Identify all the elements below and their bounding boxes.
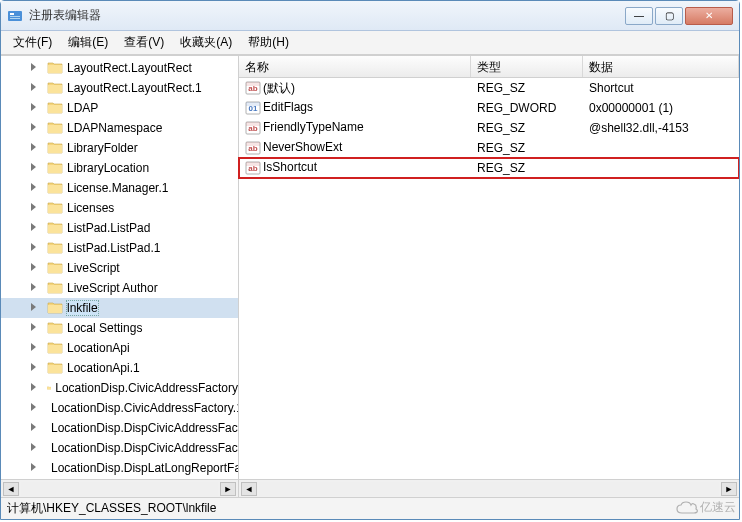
list-body[interactable]: ab(默认)REG_SZShortcut01EditFlagsREG_DWORD… <box>239 78 739 497</box>
menu-favorites[interactable]: 收藏夹(A) <box>172 32 240 53</box>
menu-edit[interactable]: 编辑(E) <box>60 32 116 53</box>
content-area: LayoutRect.LayoutRectLayoutRect.LayoutRe… <box>1 55 739 497</box>
tree-item-label: LDAP <box>67 101 98 115</box>
scroll-left-icon[interactable]: ◄ <box>241 482 257 496</box>
cell-type: REG_DWORD <box>471 101 583 115</box>
cell-name: ab(默认) <box>239 80 471 97</box>
close-button[interactable]: ✕ <box>685 7 733 25</box>
expander-icon[interactable] <box>31 303 36 311</box>
titlebar[interactable]: 注册表编辑器 — ▢ ✕ <box>1 1 739 31</box>
expander-icon[interactable] <box>31 343 36 351</box>
expander-icon[interactable] <box>31 203 36 211</box>
tree-item[interactable]: LiveScript <box>1 258 238 278</box>
tree-item[interactable]: LocationDisp.CivicAddressFactory <box>1 378 238 398</box>
column-header-data[interactable]: 数据 <box>583 56 739 77</box>
svg-text:01: 01 <box>249 104 258 113</box>
tree-item[interactable]: ListPad.ListPad.1 <box>1 238 238 258</box>
menu-help[interactable]: 帮助(H) <box>240 32 297 53</box>
list-row[interactable]: abNeverShowExtREG_SZ <box>239 138 739 158</box>
tree-item-label: LocationDisp.DispLatLongReportFactory <box>51 461 239 475</box>
tree-item[interactable]: Local Settings <box>1 318 238 338</box>
expander-icon[interactable] <box>31 123 36 131</box>
svg-text:ab: ab <box>248 124 257 133</box>
tree-item[interactable]: LDAP <box>1 98 238 118</box>
tree-item-label: LibraryFolder <box>67 141 138 155</box>
expander-icon[interactable] <box>31 223 36 231</box>
tree-item[interactable]: LiveScript Author <box>1 278 238 298</box>
cell-data: 0x00000001 (1) <box>583 101 739 115</box>
list-hscroll[interactable]: ◄ ► <box>239 480 739 497</box>
expander-icon[interactable] <box>31 243 36 251</box>
expander-icon[interactable] <box>31 183 36 191</box>
cell-name: abIsShortcut <box>239 160 471 176</box>
tree-item[interactable]: LocationApi <box>1 338 238 358</box>
expander-icon[interactable] <box>31 63 36 71</box>
svg-text:ab: ab <box>248 164 257 173</box>
tree-item-label: License.Manager.1 <box>67 181 168 195</box>
expander-icon[interactable] <box>31 443 36 451</box>
cell-type: REG_SZ <box>471 81 583 95</box>
tree-item-label: LayoutRect.LayoutRect.1 <box>67 81 202 95</box>
expander-icon[interactable] <box>31 103 36 111</box>
tree-item-label: ListPad.ListPad <box>67 221 150 235</box>
scroll-right-icon[interactable]: ► <box>220 482 236 496</box>
scroll-track[interactable] <box>259 482 719 496</box>
tree-item[interactable]: LocationDisp.DispLatLongReportFactory <box>1 458 238 478</box>
maximize-button[interactable]: ▢ <box>655 7 683 25</box>
tree-item[interactable]: LayoutRect.LayoutRect.1 <box>1 78 238 98</box>
expander-icon[interactable] <box>31 143 36 151</box>
expander-icon[interactable] <box>31 383 36 391</box>
list-row[interactable]: abIsShortcutREG_SZ <box>239 158 739 178</box>
minimize-button[interactable]: — <box>625 7 653 25</box>
menu-file[interactable]: 文件(F) <box>5 32 60 53</box>
tree-item-label: LDAPNamespace <box>67 121 162 135</box>
expander-icon[interactable] <box>31 283 36 291</box>
registry-editor-window: 注册表编辑器 — ▢ ✕ 文件(F) 编辑(E) 查看(V) 收藏夹(A) 帮助… <box>0 0 740 520</box>
expander-icon[interactable] <box>31 83 36 91</box>
tree-item-label: LiveScript <box>67 261 120 275</box>
list-row[interactable]: abFriendlyTypeNameREG_SZ@shell32.dll,-41… <box>239 118 739 138</box>
expander-icon[interactable] <box>31 403 36 411</box>
tree-item[interactable]: LocationDisp.CivicAddressFactory.1 <box>1 398 238 418</box>
scroll-right-icon[interactable]: ► <box>721 482 737 496</box>
tree-item-label: LocationDisp.DispCivicAddressFactory.1 <box>51 441 239 455</box>
tree-item[interactable]: LocationDisp.DispCivicAddressFactory.1 <box>1 438 238 458</box>
tree-item[interactable]: License.Manager.1 <box>1 178 238 198</box>
cell-type: REG_SZ <box>471 121 583 135</box>
column-header-name[interactable]: 名称 <box>239 56 471 77</box>
tree-item-label: lnkfile <box>67 301 98 315</box>
svg-text:ab: ab <box>248 144 257 153</box>
column-header-type[interactable]: 类型 <box>471 56 583 77</box>
statusbar: 计算机\HKEY_CLASSES_ROOT\lnkfile <box>1 497 739 519</box>
tree-item[interactable]: LayoutRect.LayoutRect <box>1 58 238 78</box>
cell-type: REG_SZ <box>471 141 583 155</box>
tree-item-label: LayoutRect.LayoutRect <box>67 61 192 75</box>
tree-item[interactable]: ListPad.ListPad <box>1 218 238 238</box>
list-row[interactable]: 01EditFlagsREG_DWORD0x00000001 (1) <box>239 98 739 118</box>
tree-item[interactable]: LocationApi.1 <box>1 358 238 378</box>
menu-view[interactable]: 查看(V) <box>116 32 172 53</box>
tree-pane[interactable]: LayoutRect.LayoutRectLayoutRect.LayoutRe… <box>1 56 239 497</box>
tree-item-label: Local Settings <box>67 321 142 335</box>
tree-item[interactable]: LocationDisp.DispCivicAddressFactory <box>1 418 238 438</box>
list-pane: 名称 类型 数据 ab(默认)REG_SZShortcut01EditFlags… <box>239 56 739 497</box>
tree-item[interactable]: LibraryLocation <box>1 158 238 178</box>
tree-item[interactable]: LibraryFolder <box>1 138 238 158</box>
tree-item[interactable]: lnkfile <box>1 298 238 318</box>
tree-item[interactable]: Licenses <box>1 198 238 218</box>
tree-hscroll[interactable]: ◄ ► <box>1 480 239 497</box>
scroll-track[interactable] <box>21 482 218 496</box>
tree-item-label: ListPad.ListPad.1 <box>67 241 160 255</box>
list-row[interactable]: ab(默认)REG_SZShortcut <box>239 78 739 98</box>
list-header: 名称 类型 数据 <box>239 56 739 78</box>
expander-icon[interactable] <box>31 323 36 331</box>
expander-icon[interactable] <box>31 263 36 271</box>
tree-item-label: LocationDisp.DispCivicAddressFactory <box>51 421 239 435</box>
tree-item[interactable]: LDAPNamespace <box>1 118 238 138</box>
svg-rect-3 <box>10 18 20 19</box>
expander-icon[interactable] <box>31 163 36 171</box>
expander-icon[interactable] <box>31 463 36 471</box>
expander-icon[interactable] <box>31 363 36 371</box>
expander-icon[interactable] <box>31 423 36 431</box>
scroll-left-icon[interactable]: ◄ <box>3 482 19 496</box>
